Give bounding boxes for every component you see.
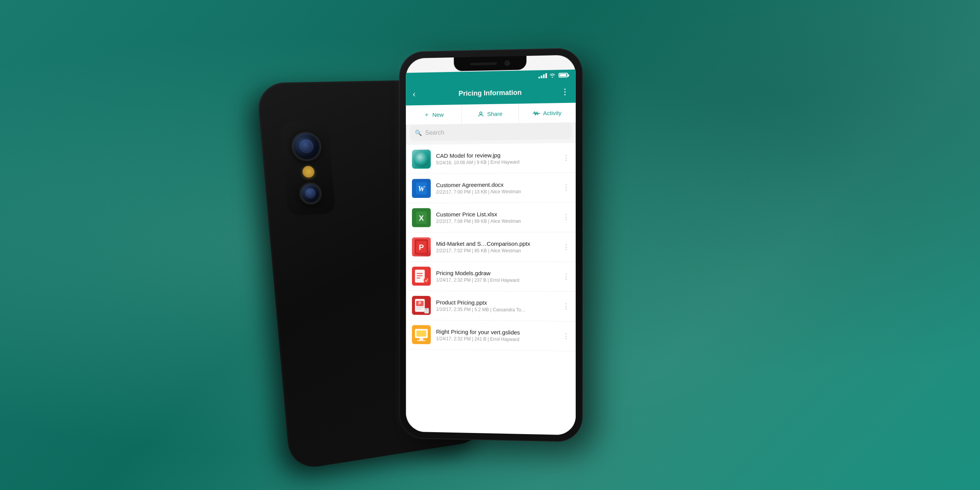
file-meta: 1/24/17, 2:32 PM | 241 B | Errol Hayward [436,336,557,343]
person-icon [478,111,485,118]
svg-point-0 [480,112,482,114]
camera-lens-main [290,131,322,162]
plus-icon: ＋ [424,111,430,119]
file-icon-gdraw [412,266,431,286]
file-more-button[interactable]: ⋮ [562,302,569,310]
more-button[interactable]: ⋮ [557,87,568,96]
file-meta: 1/10/17, 2:35 PM | 5.2 MB | Cassandra To… [436,307,557,313]
tab-bar: ＋ New Share Activity [406,103,575,125]
camera-lens-secondary [299,182,322,205]
file-icon-pptx2: P [412,296,431,315]
file-name: Right Pricing for your vert.gslides [436,328,557,336]
svg-text:P: P [418,301,421,305]
back-button[interactable]: ‹ [413,89,424,99]
app-header: ‹ Pricing Information ⋮ [406,80,575,106]
list-item[interactable]: P Mid-Market and S…Comparison.pptx 2/22/… [406,232,575,262]
file-info: Pricing Models.gdraw 1/24/17, 2:32 PM | … [436,270,557,283]
svg-rect-25 [416,330,426,336]
svg-text:W: W [418,185,425,193]
scene: ‹ Pricing Information ⋮ ＋ New Share [398,50,582,440]
list-item[interactable]: X Customer Price List.xlsx 2/22/17, 7:08… [406,203,575,232]
file-name: CAD Model for review.jpg [436,151,557,159]
tab-share-label: Share [487,111,502,118]
search-icon: 🔍 [415,129,422,136]
file-info: Product Pricing.pptx 1/10/17, 2:35 PM | … [436,299,557,313]
file-name: Mid-Market and S…Comparison.pptx [436,240,557,247]
file-meta: 2/22/17, 7:02 PM | 85 KB | Alice Westman [436,248,557,253]
file-icon-gslides [412,325,431,344]
phone-front: ‹ Pricing Information ⋮ ＋ New Share [399,48,583,443]
list-item[interactable]: Right Pricing for your vert.gslides 1/24… [406,320,575,351]
list-item[interactable]: CAD Model for review.jpg 5/24/16, 10:08 … [406,143,575,174]
tab-new-label: New [432,111,444,118]
file-more-button[interactable]: ⋮ [562,183,569,192]
file-name: Customer Agreement.docx [436,181,557,188]
file-info: CAD Model for review.jpg 5/24/16, 10:08 … [436,151,557,165]
file-name: Customer Price List.xlsx [436,211,557,217]
search-bar[interactable]: 🔍 Search [410,123,572,141]
svg-rect-11 [415,270,425,283]
file-more-button[interactable]: ⋮ [562,273,569,281]
wifi-icon [549,73,555,78]
file-icon-cad [412,150,431,169]
file-info: Customer Price List.xlsx 2/22/17, 7:08 P… [436,211,557,224]
svg-rect-27 [417,340,426,341]
phone-screen: ‹ Pricing Information ⋮ ＋ New Share [406,55,575,435]
tab-share[interactable]: Share [462,104,519,124]
speaker-grille [470,62,497,65]
tab-activity[interactable]: Activity [519,103,576,123]
list-item[interactable]: P Product Pricing.pptx 1/10/17, 2:35 PM … [406,291,575,322]
svg-point-15 [424,278,429,283]
battery-icon [559,73,568,78]
svg-text:P: P [419,243,424,252]
file-info: Mid-Market and S…Comparison.pptx 2/22/17… [436,240,557,253]
file-more-button[interactable]: ⋮ [562,213,569,221]
file-more-button[interactable]: ⋮ [562,243,569,251]
notch [454,56,527,71]
file-name: Pricing Models.gdraw [436,270,557,277]
file-meta: 2/22/17, 7:08 PM | 69 KB | Alice Westman [436,218,557,224]
tab-activity-label: Activity [543,109,562,116]
list-item[interactable]: Pricing Models.gdraw 1/24/17, 2:32 PM | … [406,262,575,292]
file-icon-pptx: P [412,237,431,256]
wave-icon [532,110,540,116]
file-meta: 5/24/16, 10:08 AM | 9 KB | Errol Hayward [436,159,557,165]
file-info: Customer Agreement.docx 2/22/17, 7:00 PM… [436,181,557,195]
page-title: Pricing Information [424,88,557,98]
file-name: Product Pricing.pptx [436,299,557,306]
file-icon-xlsx: X [412,208,431,227]
flash-sensor [302,166,315,178]
signal-icon [539,73,547,78]
status-icons [539,73,568,78]
camera-module [280,120,336,216]
file-info: Right Pricing for your vert.gslides 1/24… [436,328,557,343]
list-item[interactable]: W Customer Agreement.docx 2/22/17, 7:00 … [406,173,575,203]
file-more-button[interactable]: ⋮ [562,154,569,162]
tab-new[interactable]: ＋ New [406,105,462,125]
file-meta: 2/22/17, 7:00 PM | 13 KB | Alice Westman [436,189,557,195]
file-list: CAD Model for review.jpg 5/24/16, 10:08 … [406,143,575,435]
search-placeholder: Search [425,129,444,137]
file-more-button[interactable]: ⋮ [562,332,569,340]
file-meta: 1/24/17, 2:32 PM | 237 B | Errol Hayward [436,277,557,283]
front-camera [505,60,510,66]
svg-text:X: X [419,214,424,222]
file-icon-docx: W [412,179,431,198]
